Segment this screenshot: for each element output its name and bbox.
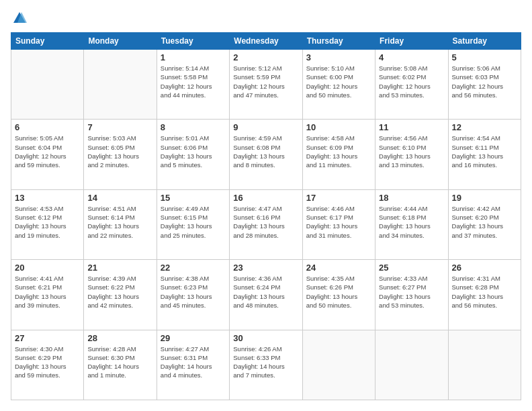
- calendar-cell: 25Sunrise: 4:33 AM Sunset: 6:27 PM Dayli…: [375, 260, 448, 330]
- calendar-cell: 2Sunrise: 5:12 AM Sunset: 5:59 PM Daylig…: [230, 50, 302, 120]
- calendar-cell: 8Sunrise: 5:01 AM Sunset: 6:06 PM Daylig…: [157, 120, 229, 189]
- day-info: Sunrise: 5:08 AM Sunset: 6:02 PM Dayligh…: [379, 64, 444, 99]
- day-number: 22: [161, 263, 226, 273]
- day-number: 13: [15, 193, 80, 203]
- logo-icon: [12, 11, 27, 26]
- calendar-cell: 13Sunrise: 4:53 AM Sunset: 6:12 PM Dayli…: [11, 189, 84, 259]
- day-number: 5: [452, 52, 517, 62]
- calendar-cell: 18Sunrise: 4:44 AM Sunset: 6:18 PM Dayli…: [375, 189, 448, 259]
- day-info: Sunrise: 4:53 AM Sunset: 6:12 PM Dayligh…: [15, 204, 80, 240]
- calendar-week-4: 20Sunrise: 4:41 AM Sunset: 6:21 PM Dayli…: [11, 260, 521, 330]
- calendar-cell: 21Sunrise: 4:39 AM Sunset: 6:22 PM Dayli…: [84, 260, 157, 330]
- calendar-cell: 12Sunrise: 4:54 AM Sunset: 6:11 PM Dayli…: [448, 120, 521, 189]
- calendar-week-3: 13Sunrise: 4:53 AM Sunset: 6:12 PM Dayli…: [11, 189, 521, 259]
- calendar-cell: 16Sunrise: 4:47 AM Sunset: 6:16 PM Dayli…: [230, 189, 302, 259]
- calendar-cell: 27Sunrise: 4:30 AM Sunset: 6:29 PM Dayli…: [11, 330, 84, 400]
- day-number: 25: [379, 263, 444, 273]
- day-number: 21: [87, 263, 152, 273]
- day-number: 14: [87, 193, 152, 203]
- calendar-cell: 26Sunrise: 4:31 AM Sunset: 6:28 PM Dayli…: [448, 260, 521, 330]
- day-info: Sunrise: 4:36 AM Sunset: 6:24 PM Dayligh…: [233, 274, 298, 310]
- day-number: 16: [233, 193, 298, 203]
- day-info: Sunrise: 4:30 AM Sunset: 6:29 PM Dayligh…: [15, 345, 80, 380]
- day-info: Sunrise: 4:59 AM Sunset: 6:08 PM Dayligh…: [233, 134, 298, 169]
- calendar-cell: 3Sunrise: 5:10 AM Sunset: 6:00 PM Daylig…: [302, 50, 375, 120]
- day-info: Sunrise: 5:01 AM Sunset: 6:06 PM Dayligh…: [161, 134, 226, 169]
- day-info: Sunrise: 5:14 AM Sunset: 5:58 PM Dayligh…: [161, 64, 226, 99]
- calendar-cell: 1Sunrise: 5:14 AM Sunset: 5:58 PM Daylig…: [157, 50, 229, 120]
- day-number: 1: [161, 52, 226, 62]
- header: [11, 11, 521, 26]
- calendar-cell: 5Sunrise: 5:06 AM Sunset: 6:03 PM Daylig…: [448, 50, 521, 120]
- calendar-cell: 23Sunrise: 4:36 AM Sunset: 6:24 PM Dayli…: [230, 260, 302, 330]
- calendar-cell: [448, 330, 521, 400]
- weekday-header-thursday: Thursday: [302, 33, 375, 50]
- day-number: 23: [233, 263, 298, 273]
- calendar-cell: 9Sunrise: 4:59 AM Sunset: 6:08 PM Daylig…: [230, 120, 302, 189]
- calendar-cell: [302, 330, 375, 400]
- day-number: 18: [379, 193, 444, 203]
- day-info: Sunrise: 4:35 AM Sunset: 6:26 PM Dayligh…: [306, 274, 371, 310]
- day-info: Sunrise: 4:54 AM Sunset: 6:11 PM Dayligh…: [452, 134, 517, 169]
- calendar-cell: 20Sunrise: 4:41 AM Sunset: 6:21 PM Dayli…: [11, 260, 84, 330]
- calendar-week-2: 6Sunrise: 5:05 AM Sunset: 6:04 PM Daylig…: [11, 120, 521, 189]
- logo: [11, 11, 27, 26]
- day-number: 7: [87, 122, 152, 132]
- day-info: Sunrise: 4:33 AM Sunset: 6:27 PM Dayligh…: [379, 274, 444, 310]
- day-info: Sunrise: 4:28 AM Sunset: 6:30 PM Dayligh…: [87, 345, 152, 380]
- page: SundayMondayTuesdayWednesdayThursdayFrid…: [0, 0, 532, 411]
- day-info: Sunrise: 4:38 AM Sunset: 6:23 PM Dayligh…: [161, 274, 226, 310]
- day-info: Sunrise: 5:12 AM Sunset: 5:59 PM Dayligh…: [233, 64, 298, 99]
- calendar-cell: [375, 330, 448, 400]
- calendar-cell: [11, 50, 84, 120]
- day-info: Sunrise: 4:27 AM Sunset: 6:31 PM Dayligh…: [161, 345, 226, 380]
- calendar-cell: 11Sunrise: 4:56 AM Sunset: 6:10 PM Dayli…: [375, 120, 448, 189]
- day-number: 29: [161, 333, 226, 343]
- day-number: 8: [161, 122, 226, 132]
- day-number: 19: [452, 193, 517, 203]
- day-number: 17: [306, 193, 371, 203]
- day-info: Sunrise: 5:06 AM Sunset: 6:03 PM Dayligh…: [452, 64, 517, 99]
- calendar-table: SundayMondayTuesdayWednesdayThursdayFrid…: [11, 32, 521, 400]
- day-number: 24: [306, 263, 371, 273]
- day-number: 15: [161, 193, 226, 203]
- day-number: 28: [87, 333, 152, 343]
- calendar-cell: 6Sunrise: 5:05 AM Sunset: 6:04 PM Daylig…: [11, 120, 84, 189]
- day-info: Sunrise: 4:26 AM Sunset: 6:33 PM Dayligh…: [233, 345, 298, 380]
- day-info: Sunrise: 4:49 AM Sunset: 6:15 PM Dayligh…: [161, 204, 226, 240]
- day-number: 9: [233, 122, 298, 132]
- weekday-header-saturday: Saturday: [448, 33, 521, 50]
- weekday-header-sunday: Sunday: [11, 33, 84, 50]
- day-number: 2: [233, 52, 298, 62]
- day-number: 12: [452, 122, 517, 132]
- day-number: 11: [379, 122, 444, 132]
- weekday-header-tuesday: Tuesday: [157, 33, 229, 50]
- day-number: 20: [15, 263, 80, 273]
- day-info: Sunrise: 4:31 AM Sunset: 6:28 PM Dayligh…: [452, 274, 517, 310]
- day-number: 30: [233, 333, 298, 343]
- day-info: Sunrise: 4:41 AM Sunset: 6:21 PM Dayligh…: [15, 274, 80, 310]
- day-info: Sunrise: 4:39 AM Sunset: 6:22 PM Dayligh…: [87, 274, 152, 310]
- day-info: Sunrise: 4:51 AM Sunset: 6:14 PM Dayligh…: [87, 204, 152, 240]
- weekday-header-row: SundayMondayTuesdayWednesdayThursdayFrid…: [11, 33, 521, 50]
- calendar-cell: 28Sunrise: 4:28 AM Sunset: 6:30 PM Dayli…: [84, 330, 157, 400]
- day-info: Sunrise: 4:47 AM Sunset: 6:16 PM Dayligh…: [233, 204, 298, 240]
- calendar-cell: 4Sunrise: 5:08 AM Sunset: 6:02 PM Daylig…: [375, 50, 448, 120]
- day-number: 27: [15, 333, 80, 343]
- calendar-cell: 30Sunrise: 4:26 AM Sunset: 6:33 PM Dayli…: [230, 330, 302, 400]
- calendar-cell: 24Sunrise: 4:35 AM Sunset: 6:26 PM Dayli…: [302, 260, 375, 330]
- day-number: 3: [306, 52, 371, 62]
- day-number: 26: [452, 263, 517, 273]
- day-number: 4: [379, 52, 444, 62]
- day-info: Sunrise: 4:46 AM Sunset: 6:17 PM Dayligh…: [306, 204, 371, 240]
- weekday-header-friday: Friday: [375, 33, 448, 50]
- calendar-cell: [84, 50, 157, 120]
- calendar-cell: 10Sunrise: 4:58 AM Sunset: 6:09 PM Dayli…: [302, 120, 375, 189]
- day-info: Sunrise: 4:56 AM Sunset: 6:10 PM Dayligh…: [379, 134, 444, 169]
- calendar-cell: 17Sunrise: 4:46 AM Sunset: 6:17 PM Dayli…: [302, 189, 375, 259]
- calendar-week-1: 1Sunrise: 5:14 AM Sunset: 5:58 PM Daylig…: [11, 50, 521, 120]
- weekday-header-monday: Monday: [84, 33, 157, 50]
- calendar-cell: 14Sunrise: 4:51 AM Sunset: 6:14 PM Dayli…: [84, 189, 157, 259]
- day-info: Sunrise: 4:42 AM Sunset: 6:20 PM Dayligh…: [452, 204, 517, 240]
- day-number: 10: [306, 122, 371, 132]
